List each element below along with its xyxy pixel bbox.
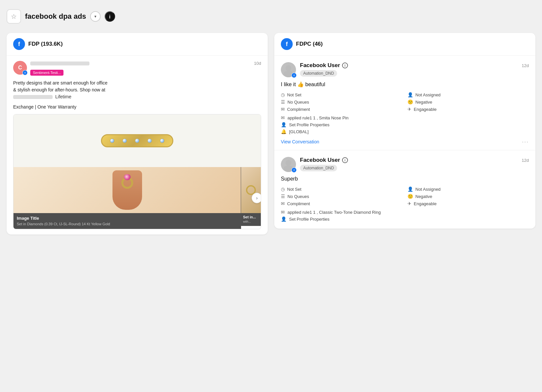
post-top-row: 10d — [30, 61, 261, 66]
fdp-panel-header: f FDP (193.6K) — [7, 33, 268, 56]
intent-icon-2: ✉ — [281, 201, 285, 206]
meta-engageable-1: ✈ Engageable — [407, 107, 529, 112]
page-title: facebook dpa ads — [25, 12, 86, 21]
meta-rule-2: ✉ applied rule1 1 , Classic Two-Tone Dia… — [281, 209, 529, 215]
star-button[interactable]: ☆ — [7, 9, 21, 24]
sentiment-icon: 🙁 — [407, 99, 413, 105]
meta-profile-1: 👤 Set Profile Properties — [281, 122, 529, 127]
gem-3 — [135, 138, 139, 143]
fdpc-fb-icon: f — [281, 38, 293, 50]
blurred-username — [30, 61, 89, 65]
post-meta-row: C f 10d Sentiment-Testi... — [13, 61, 261, 76]
rule-icon-2: ✉ — [281, 209, 285, 215]
bracelet-visual — [101, 134, 173, 147]
post-user-avatar: C f — [13, 61, 27, 75]
comment-1-info-icon: i — [342, 62, 348, 68]
fdp-panel: f FDP (193.6K) C f 10d Sentiment-Testi..… — [7, 33, 268, 234]
carousel-next-button[interactable]: › — [252, 193, 261, 203]
clock-icon: ◷ — [281, 92, 285, 97]
profile-icon: 👤 — [281, 122, 286, 127]
comment-2-meta-grid: ◷ Not Set 👤 Not Assigned ☰ No Queues 🙁 N… — [281, 186, 529, 206]
post-text: Pretty designs that are smart enough for… — [13, 80, 261, 100]
clock-icon-2: ◷ — [281, 186, 285, 192]
dropdown-button[interactable]: ▾ — [90, 11, 101, 22]
fdp-panel-title: FDP (193.6K) — [28, 41, 63, 47]
comment-2-info-icon: i — [342, 157, 348, 163]
comment-1-header: f Facebook User i 12d Automation_DND — [281, 62, 529, 77]
fdp-post-card: C f 10d Sentiment-Testi... Pretty design… — [7, 56, 268, 234]
post-footer: Exchange | One Year Warranty — [13, 104, 261, 110]
gem-4 — [147, 138, 152, 143]
carousel-items-row: Image Title Set in Diamonds (0.39 Ct, IJ… — [13, 167, 261, 229]
comment-1-meta-grid: ◷ Not Set 👤 Not Assigned ☰ No Queues 🙁 N… — [281, 92, 529, 112]
comment-2-fb-badge: f — [291, 167, 297, 173]
meta-engageable-2: ✈ Engageable — [407, 201, 529, 206]
rule-icon: ✉ — [281, 115, 285, 120]
fb-badge: f — [22, 70, 28, 75]
engageable-icon-2: ✈ — [407, 201, 411, 206]
comment-1-fb-badge: f — [291, 73, 297, 78]
post-subtext: Lifetime — [13, 93, 261, 100]
comment-2-avatar: f — [281, 157, 296, 172]
carousel-item-1-title: Image Title — [17, 216, 237, 221]
intent-icon: ✉ — [281, 107, 285, 112]
meta-assigned-2: 👤 Not Assigned — [407, 186, 529, 192]
star-icon: ☆ — [11, 12, 17, 20]
queue-icon: ☰ — [281, 99, 285, 105]
meta-global-1: 🔔 [GLOBAL] — [281, 129, 529, 134]
comment-1-username: Facebook User i — [300, 62, 348, 69]
ring-visual-container — [13, 167, 241, 213]
info-button[interactable]: i — [105, 11, 115, 22]
meta-sentiment-1: 🙁 Negative — [407, 99, 529, 105]
comment-card-1: f Facebook User i 12d Automation_DND — [274, 56, 535, 150]
comment-1-badge: Automation_DND — [300, 70, 337, 77]
global-icon: 🔔 — [281, 129, 286, 134]
fdpc-panel: f FDPC (46) f Facebook User i 12d — [274, 33, 535, 229]
svg-point-2 — [285, 160, 291, 166]
carousel-item-1: Image Title Set in Diamonds (0.39 Ct, IJ… — [13, 167, 241, 229]
svg-point-0 — [285, 65, 291, 71]
gem-5 — [160, 138, 164, 143]
comment-2-badge: Automation_DND — [300, 165, 337, 171]
meta-intent-2: ✉ Compliment — [281, 201, 402, 206]
meta-assigned-1: 👤 Not Assigned — [407, 92, 529, 97]
comment-2-user-info: Facebook User i 12d Automation_DND — [300, 157, 529, 171]
meta-intent-1: ✉ Compliment — [281, 107, 402, 112]
app-header: ☆ facebook dpa ads ▾ i — [7, 7, 535, 26]
profile-icon-2: 👤 — [281, 216, 286, 222]
meta-status-1: ◷ Not Set — [281, 92, 402, 97]
fdpc-panel-title: FDPC (46) — [296, 41, 323, 47]
blurred-link — [13, 95, 53, 99]
chevron-down-icon: ▾ — [94, 14, 96, 19]
sentiment-tag: Sentiment-Testi... — [30, 70, 63, 76]
meta-status-2: ◷ Not Set — [281, 186, 402, 192]
carousel-item-2-title: Set in... — [243, 215, 259, 219]
comment-2-message: Superb — [281, 176, 529, 182]
main-layout: f FDP (193.6K) C f 10d Sentiment-Testi..… — [7, 33, 535, 234]
person-icon-2: 👤 — [407, 186, 413, 192]
view-conversation-link-1[interactable]: View Conversation — [281, 139, 319, 144]
comment-2-time: 12d — [522, 158, 529, 163]
comment-1-user-row: Facebook User i 12d — [300, 62, 529, 69]
comment-1-message: I like it 👍 beautiful — [281, 81, 529, 87]
more-options-1[interactable]: ··· — [522, 138, 529, 145]
comment-1-avatar: f — [281, 62, 296, 77]
meta-queues-2: ☰ No Queues — [281, 194, 402, 199]
info-icon: i — [109, 14, 111, 19]
queue-icon-2: ☰ — [281, 194, 285, 199]
comment-card-2: f Facebook User i 12d Automation_DND — [274, 150, 535, 229]
carousel-top — [13, 114, 261, 167]
comment-2-user-row: Facebook User i 12d — [300, 157, 529, 163]
carousel-item-1-overlay: Image Title Set in Diamonds (0.39 Ct, IJ… — [13, 213, 241, 229]
post-time: 10d — [254, 61, 261, 66]
sentiment-icon-2: 🙁 — [407, 194, 413, 199]
meta-sentiment-2: 🙁 Negative — [407, 194, 529, 199]
person-icon: 👤 — [407, 92, 413, 97]
comment-1-time: 12d — [522, 63, 529, 68]
comment-2-username: Facebook User i — [300, 157, 348, 163]
carousel-item-2-subtitle: with... — [243, 220, 259, 224]
carousel-item-2-overlay: Set in... with... — [241, 213, 261, 226]
comment-1-user-info: Facebook User i 12d Automation_DND — [300, 62, 529, 77]
gem-1 — [110, 138, 114, 143]
fdp-fb-icon: f — [13, 38, 25, 50]
